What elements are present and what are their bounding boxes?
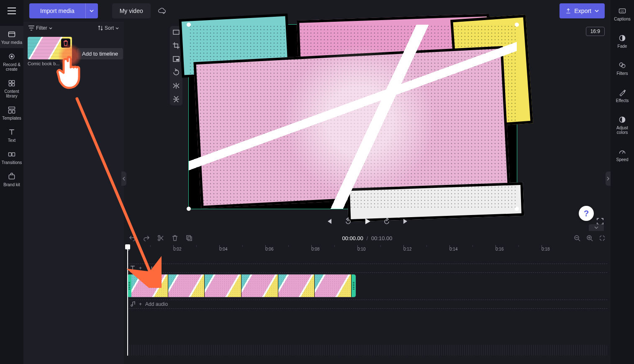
collapse-right-panel-button[interactable] [606, 172, 611, 186]
text-track[interactable]: + placeholder text [127, 264, 607, 273]
resize-handle[interactable] [187, 23, 191, 27]
import-media-button[interactable]: Import media [29, 3, 98, 18]
svg-rect-5 [9, 84, 11, 86]
help-label: ? [584, 209, 589, 218]
svg-rect-0 [9, 32, 15, 37]
sidebar-label: Speed [616, 157, 629, 162]
sidebar-label: Effects [616, 98, 629, 103]
clip-frame [205, 274, 241, 297]
resize-handle[interactable] [515, 23, 519, 27]
clip-frame [168, 274, 205, 297]
plus-icon: + [139, 301, 142, 307]
forward-button[interactable] [382, 217, 391, 226]
duplicate-button[interactable] [186, 235, 193, 241]
right-rail: CC Captions Fade Filters Effects Adjust … [611, 0, 634, 364]
flip-v-tool[interactable] [172, 95, 180, 103]
chevron-down-icon [595, 10, 599, 12]
menu-button[interactable] [3, 3, 20, 19]
redo-button[interactable] [143, 235, 150, 241]
sidebar-label: Brand kit [3, 182, 20, 187]
export-button[interactable]: Export [560, 3, 605, 18]
sidebar-item-fade[interactable]: Fade [611, 31, 634, 52]
collapse-left-panel-button[interactable] [121, 172, 126, 186]
clip-frame [241, 274, 278, 297]
collapse-timeline-button[interactable] [589, 224, 604, 231]
svg-rect-3 [9, 80, 11, 83]
import-media-dropdown[interactable] [85, 3, 98, 18]
zoom-in-button[interactable] [586, 235, 593, 241]
resize-handle[interactable] [515, 207, 519, 211]
svg-text:CC: CC [621, 10, 624, 13]
timeline-toolbar: 00:00.00 / 00:10.00 [124, 231, 611, 245]
svg-rect-4 [12, 80, 15, 83]
clip-frame [278, 274, 315, 297]
sidebar-item-speed[interactable]: Speed [611, 144, 634, 165]
sidebar-item-transitions[interactable]: Transitions [0, 146, 23, 168]
ruler-tick: 0:04 [219, 247, 227, 251]
project-title[interactable]: My video [112, 3, 151, 18]
sidebar-item-captions[interactable]: CC Captions [611, 3, 634, 25]
svg-rect-19 [173, 30, 179, 34]
timeline-time: 00:00.00 / 00:10.00 [342, 235, 392, 241]
time-current: 00:00.00 [342, 235, 363, 241]
ruler-tick: 0:10 [357, 247, 365, 251]
sidebar-item-templates[interactable]: Templates [0, 102, 23, 124]
help-button[interactable]: ? [579, 206, 594, 221]
svg-rect-11 [12, 153, 15, 156]
sidebar-item-adjust-colors[interactable]: Adjust colors [611, 112, 634, 138]
audio-track[interactable]: + Add audio [127, 300, 607, 309]
svg-rect-6 [12, 84, 15, 86]
skip-start-button[interactable] [324, 217, 334, 226]
svg-rect-21 [176, 59, 179, 61]
export-label: Export [575, 8, 591, 14]
clip-frame [315, 274, 352, 297]
autosave-icon[interactable] [155, 4, 169, 18]
zoom-fit-button[interactable] [599, 235, 606, 241]
ruler-tick: 0:12 [403, 247, 411, 251]
rotate-tool[interactable] [172, 69, 180, 76]
flip-h-tool[interactable] [172, 82, 180, 90]
clip-trim-end[interactable] [352, 274, 356, 297]
left-rail: Your media Record & create Content libra… [0, 0, 23, 364]
preview-canvas[interactable] [188, 24, 517, 209]
skip-end-button[interactable] [401, 217, 411, 226]
sidebar-item-your-media[interactable]: Your media [0, 26, 23, 48]
sidebar-label: Templates [2, 116, 21, 120]
rewind-button[interactable] [344, 217, 353, 226]
sidebar-item-brand-kit[interactable]: Brand kit [0, 168, 23, 190]
sidebar-item-filters[interactable]: Filters [611, 58, 634, 79]
video-track[interactable] [127, 274, 607, 297]
import-media-label: Import media [29, 8, 85, 14]
filter-button[interactable]: Filter [28, 25, 52, 31]
timeline-ruler[interactable]: 00:020:040:060:080:100:120:140:160:18 [124, 247, 611, 256]
sidebar-item-record-create[interactable]: Record & create [0, 48, 23, 75]
plus-icon: + [139, 265, 142, 271]
svg-rect-8 [9, 110, 12, 113]
split-button[interactable] [157, 235, 164, 241]
pip-tool[interactable] [172, 55, 180, 63]
delete-button[interactable] [172, 235, 178, 241]
delete-media-button[interactable] [61, 38, 70, 48]
sidebar-item-text[interactable]: Text [0, 124, 23, 146]
sidebar-label: Text [8, 138, 15, 143]
playhead[interactable] [127, 247, 128, 356]
sidebar-item-content-library[interactable]: Content library [0, 75, 23, 102]
audio-waveform-placeholder [127, 345, 607, 356]
zoom-out-button[interactable] [574, 235, 580, 241]
undo-button[interactable] [129, 235, 136, 241]
media-item[interactable]: Comic book b... [28, 37, 72, 66]
play-button[interactable] [363, 217, 372, 226]
media-thumbnail[interactable] [28, 37, 72, 59]
sidebar-item-effects[interactable]: Effects [611, 85, 634, 106]
sort-button[interactable]: Sort [98, 25, 119, 31]
sort-label: Sort [105, 25, 114, 31]
fit-tool[interactable] [172, 28, 180, 36]
video-clip[interactable] [127, 274, 356, 297]
aspect-ratio-button[interactable]: 16:9 [586, 27, 605, 36]
crop-tool[interactable] [172, 42, 180, 49]
resize-handle[interactable] [187, 207, 191, 211]
sidebar-label: Content library [1, 89, 23, 98]
media-panel: Filter Sort Comic book b... [23, 22, 124, 364]
svg-point-2 [11, 56, 13, 58]
aspect-ratio-label: 16:9 [590, 28, 600, 34]
